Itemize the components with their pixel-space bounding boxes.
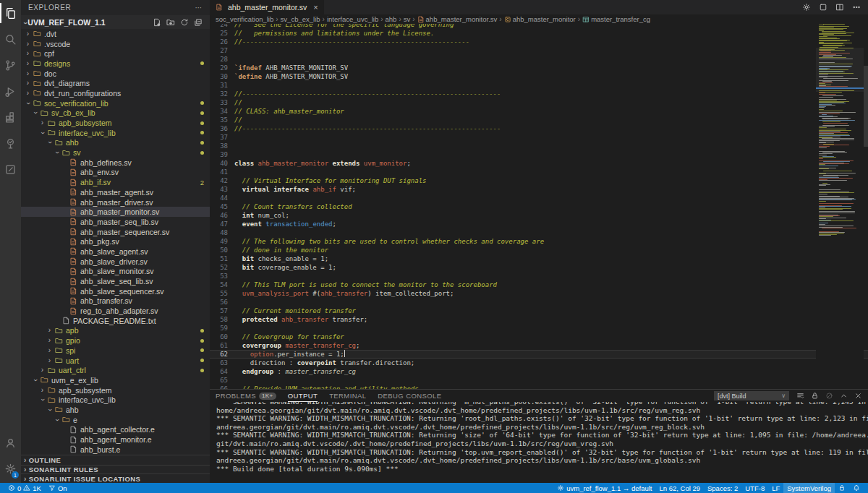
- tree-item-uvm_e_ex_lib[interactable]: ›uvm_e_ex_lib: [21, 375, 210, 385]
- tree-item-apb_subsystem[interactable]: ›apb_subsystem: [21, 118, 210, 128]
- activity-item-search[interactable]: [0, 26, 21, 52]
- activity-item-dvt-edit[interactable]: [0, 156, 21, 182]
- status-tab-lock[interactable]: [835, 483, 849, 493]
- status-dvt-build-config[interactable]: uvm_ref_flow_1.1 → default: [553, 483, 655, 493]
- box-icon[interactable]: [819, 3, 827, 12]
- code-line-64[interactable]: 64 endgroup : master_transfer_cg: [210, 367, 868, 376]
- code-line-46[interactable]: 46 int num_col;: [210, 211, 868, 220]
- clear-output-icon[interactable]: [825, 392, 833, 400]
- tree-item-ahb_if.sv[interactable]: ahb_if.sv2: [21, 177, 210, 187]
- tree-item-ahb_master_monitor.sv[interactable]: ahb_master_monitor.sv: [21, 207, 210, 217]
- code-line-51[interactable]: 51 bit checks_enable = 1;: [210, 254, 868, 263]
- code-line-55[interactable]: 55 uvm_analysis_port #(ahb_transfer) ite…: [210, 289, 868, 298]
- editor-scrollbar[interactable]: [864, 24, 868, 389]
- tree-item-apb[interactable]: ›apb: [21, 326, 210, 336]
- tree-item-dvt_diagrams[interactable]: ›dvt_diagrams: [21, 78, 210, 88]
- code-line-44[interactable]: 44: [210, 194, 868, 202]
- breadcrumb-item-soc_verification_lib[interactable]: soc_verification_lib: [216, 15, 273, 23]
- new-file-icon[interactable]: [153, 18, 161, 27]
- tree-item-ahb_master_sequencer.sv[interactable]: ahb_master_sequencer.sv: [21, 227, 210, 237]
- tree-item-ahb[interactable]: ›ahb: [21, 138, 210, 148]
- code-line-63[interactable]: 63 direction : coverpoint transfer.direc…: [210, 359, 868, 367]
- code-line-56[interactable]: 56: [210, 298, 868, 306]
- tree-item-cpf[interactable]: ›cpf: [21, 48, 210, 59]
- tab-ahb-master-monitor[interactable]: ahb_master_monitor.sv ×: [210, 0, 324, 14]
- code-line-52[interactable]: 52 bit coverage_enable = 1;: [210, 263, 868, 272]
- tree-item-soc_verification_lib[interactable]: ›soc_verification_lib: [21, 98, 210, 108]
- status-eol[interactable]: LF: [768, 483, 783, 493]
- minimap[interactable]: [816, 24, 864, 389]
- breadcrumb-item-sv_cb_ex_lib[interactable]: sv_cb_ex_lib: [281, 15, 320, 23]
- tree-item-designs[interactable]: ›designs: [21, 59, 210, 69]
- code-line-62[interactable]: 62 option.per_instance = 1;: [210, 350, 868, 359]
- tree-item-.dvt[interactable]: ›.dvt: [21, 29, 210, 39]
- code-line-50[interactable]: 50 // done in the monitor: [210, 246, 868, 254]
- status-encoding[interactable]: UTF-8: [741, 483, 768, 493]
- panel-tab-debug-console[interactable]: DEBUG CONSOLE: [378, 390, 441, 402]
- code-line-27[interactable]: 27: [210, 46, 868, 55]
- tree-item-gpio[interactable]: ›gpio: [21, 335, 210, 346]
- tree-item-ahb_slave_seq_lib.sv[interactable]: ahb_slave_seq_lib.sv: [21, 276, 210, 286]
- panel-tab-output[interactable]: OUTPUT: [288, 390, 318, 402]
- code-line-29[interactable]: 29`ifndef AHB_MASTER_MONITOR_SV: [210, 64, 868, 72]
- panel-tab-terminal[interactable]: TERMINAL: [329, 390, 366, 402]
- tree-item-.vscode[interactable]: ›.vscode: [21, 39, 210, 49]
- status-language-mode[interactable]: SystemVerilog: [783, 483, 835, 493]
- code-line-30[interactable]: 30`define AHB_MASTER_MONITOR_SV: [210, 72, 868, 81]
- tree-item-ahb_slave_agent.sv[interactable]: ahb_slave_agent.sv: [21, 246, 210, 257]
- code-line-34[interactable]: 34// CLASS: ahb_master_monitor: [210, 107, 868, 116]
- code-editor[interactable]: 24// See the License for the specific la…: [210, 24, 868, 389]
- collapse-all-icon[interactable]: [194, 18, 203, 27]
- tree-item-sv_cb_ex_lib[interactable]: ›sv_cb_ex_lib: [21, 108, 210, 119]
- status-indentation[interactable]: Spaces: 2: [704, 483, 741, 493]
- code-line-47[interactable]: 47 event transaction_ended;: [210, 220, 868, 228]
- code-line-45[interactable]: 45 // Count transfers collected: [210, 202, 868, 211]
- tree-item-ahb_agent_monitor.e[interactable]: ahb_agent_monitor.e: [21, 434, 210, 445]
- code-line-54[interactable]: 54 // This TLM port is used to connect t…: [210, 280, 868, 289]
- code-line-26[interactable]: 26//------------------------------------…: [210, 38, 868, 46]
- breadcrumb-item-ahb_master_monitor.sv[interactable]: ahb_master_monitor.sv: [417, 15, 498, 23]
- open-log-icon[interactable]: [796, 392, 804, 400]
- activity-item-source-control[interactable]: [0, 52, 21, 78]
- tree-item-spi[interactable]: ›spi: [21, 346, 210, 356]
- code-line-65[interactable]: 65: [210, 376, 868, 385]
- tree-item-dvt_run_configurations[interactable]: ›dvt_run_configurations: [21, 88, 210, 98]
- tree-item-ahb_master_driver.sv[interactable]: ahb_master_driver.sv: [21, 197, 210, 207]
- activity-item-settings[interactable]: 1: [0, 455, 21, 481]
- code-line-61[interactable]: 61 covergroup master_transfer_cg;: [210, 341, 868, 350]
- project-root-row[interactable]: › UVM_REF_FLOW_1.1: [21, 15, 210, 29]
- activity-item-accounts[interactable]: [0, 429, 21, 455]
- code-line-32[interactable]: 32//------------------------------------…: [210, 90, 868, 98]
- split-editor-icon[interactable]: [835, 3, 844, 12]
- breadcrumb-item-master_transfer_cg[interactable]: master_transfer_cg: [582, 15, 650, 23]
- status-cursor-position[interactable]: Ln 62, Col 29: [655, 483, 704, 493]
- code-line-42[interactable]: 42 // Virtual Interface for monitoring D…: [210, 176, 868, 185]
- minimap-viewport[interactable]: [816, 48, 864, 92]
- tree-item-e[interactable]: ›e: [21, 415, 210, 425]
- code-line-38[interactable]: 38: [210, 142, 868, 150]
- tree-item-ahb_slave_sequencer.sv[interactable]: ahb_slave_sequencer.sv: [21, 286, 210, 296]
- sidebar-more-actions[interactable]: ⋯: [195, 4, 203, 12]
- code-line-39[interactable]: 39: [210, 150, 868, 159]
- tree-item-PACKAGE_README.txt[interactable]: PACKAGE_README.txt: [21, 316, 210, 326]
- code-line-53[interactable]: 53: [210, 272, 868, 280]
- tree-item-ahb_slave_monitor.sv[interactable]: ahb_slave_monitor.sv: [21, 267, 210, 277]
- code-line-60[interactable]: 60 // Covergroup for transfer: [210, 333, 868, 341]
- code-line-28[interactable]: 28: [210, 55, 868, 64]
- status-problems-status[interactable]: 01K: [4, 483, 45, 493]
- breadcrumb-item-ahb_master_monitor[interactable]: ahb_master_monitor: [504, 15, 576, 23]
- code-line-25[interactable]: 25// permissions and limitations under t…: [210, 29, 868, 38]
- sidebar-section-outline[interactable]: ›OUTLINE: [21, 455, 210, 465]
- tree-item-ahb_slave_driver.sv[interactable]: ahb_slave_driver.sv: [21, 257, 210, 267]
- code-line-48[interactable]: 48: [210, 228, 868, 237]
- tree-item-ahb_defines.sv[interactable]: ahb_defines.sv: [21, 158, 210, 168]
- tree-item-ahb_master_agent.sv[interactable]: ahb_master_agent.sv: [21, 187, 210, 197]
- tree-item-ahb_agent_collector.e[interactable]: ahb_agent_collector.e: [21, 425, 210, 435]
- activity-item-run-debug[interactable]: [0, 78, 21, 104]
- code-line-59[interactable]: 59: [210, 324, 868, 333]
- refresh-icon[interactable]: [180, 18, 189, 27]
- code-line-57[interactable]: 57 // Current monitored transfer: [210, 306, 868, 315]
- code-line-36[interactable]: 36//------------------------------------…: [210, 124, 868, 133]
- code-line-49[interactable]: 49 // The following two bits are used to…: [210, 237, 868, 246]
- code-line-24[interactable]: 24// See the License for the specific la…: [210, 24, 868, 29]
